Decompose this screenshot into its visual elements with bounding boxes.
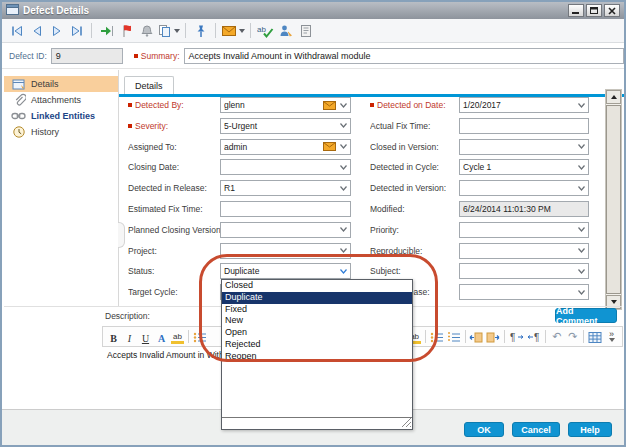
chevron-down-icon[interactable]: [575, 223, 588, 237]
chevron-down-icon[interactable]: [337, 264, 350, 278]
detected-by-combo[interactable]: glenn: [220, 97, 351, 113]
dropdown-resize-strip: [222, 417, 412, 430]
detected-in-release-combo[interactable]: R1: [220, 180, 351, 196]
increase-indent-icon[interactable]: [486, 329, 500, 344]
ok-button[interactable]: OK: [464, 422, 504, 437]
sidebar-collapse-handle[interactable]: [118, 222, 125, 248]
goto-entity-icon[interactable]: [97, 21, 116, 41]
required-marker: [370, 103, 374, 107]
status-combo[interactable]: Duplicate: [220, 263, 351, 279]
detected-in-cycle-combo[interactable]: Cycle 1: [459, 159, 589, 175]
pin-icon[interactable]: [191, 21, 210, 41]
sidebar-item-attachments[interactable]: Attachments: [4, 92, 118, 108]
check-spelling-icon[interactable]: ab: [256, 21, 275, 41]
chevron-down-icon[interactable]: [575, 160, 588, 174]
previous-record-icon[interactable]: [27, 21, 46, 41]
status-option-new[interactable]: New: [222, 315, 412, 327]
cancel-button[interactable]: Cancel: [512, 422, 560, 437]
chevron-down-icon[interactable]: [337, 223, 350, 237]
scroll-up-button[interactable]: [606, 90, 621, 104]
subject-combo[interactable]: [459, 263, 589, 279]
estimated-fix-time-field[interactable]: [220, 201, 351, 217]
chevron-down-icon[interactable]: [337, 244, 350, 258]
redo-icon[interactable]: ↷: [566, 329, 579, 344]
help-button[interactable]: Help: [568, 422, 612, 437]
target-release-combo[interactable]: [459, 284, 589, 300]
status-option-reopen[interactable]: Reopen: [222, 351, 412, 363]
copy-icon[interactable]: [157, 21, 180, 41]
scrollbar-thumb[interactable]: [606, 105, 621, 294]
project-combo[interactable]: [220, 243, 351, 259]
field-row-subject: Subject:: [370, 263, 589, 279]
alerts-bell-icon[interactable]: [137, 21, 156, 41]
summary-input[interactable]: Accepts Invalid Amount in Withdrawal mod…: [184, 48, 624, 64]
underline-icon[interactable]: U: [139, 329, 152, 344]
maximize-button[interactable]: [586, 4, 602, 17]
minimize-button[interactable]: [568, 4, 584, 17]
chevron-down-icon[interactable]: [337, 119, 350, 133]
followup-flag-icon[interactable]: [117, 21, 136, 41]
priority-label: Priority:: [370, 225, 459, 235]
chevron-down-icon[interactable]: [575, 264, 588, 278]
chevron-down-icon[interactable]: [337, 98, 350, 112]
first-record-icon[interactable]: [7, 21, 26, 41]
left-to-right-icon[interactable]: ¶: [509, 329, 524, 344]
bold-icon[interactable]: B: [107, 329, 120, 344]
reproducible-combo[interactable]: [459, 243, 589, 259]
status-option-closed[interactable]: Closed: [222, 280, 412, 292]
right-to-left-icon[interactable]: ¶: [527, 329, 542, 344]
detected-in-version-combo[interactable]: [459, 180, 589, 196]
toolbar-overflow-icon[interactable]: »: [605, 329, 618, 344]
tab-details[interactable]: Details: [124, 76, 174, 95]
insert-table-icon[interactable]: [588, 329, 602, 344]
vertical-scrollbar[interactable]: [605, 89, 622, 310]
chevron-down-icon[interactable]: [575, 98, 588, 112]
sidebar-items: DetailsAttachmentsLinked EntitiesHistory: [4, 76, 118, 140]
decrease-indent-icon[interactable]: [469, 329, 483, 344]
status-option-rejected[interactable]: Rejected: [222, 339, 412, 351]
close-button[interactable]: [604, 4, 620, 17]
send-email-icon[interactable]: [221, 21, 245, 41]
undo-icon[interactable]: ↶: [550, 329, 563, 344]
font-color-icon[interactable]: A: [155, 329, 168, 344]
italic-icon[interactable]: I: [123, 329, 136, 344]
chevron-down-icon[interactable]: [575, 140, 588, 154]
severity-combo[interactable]: 5-Urgent: [220, 118, 351, 134]
add-comment-button[interactable]: Add Comment: [555, 308, 617, 323]
chevron-down-icon[interactable]: [575, 285, 588, 299]
sidebar-item-details[interactable]: Details: [4, 76, 118, 92]
details-panel: Details Detected By:glennSeverity:5-Urge…: [119, 70, 626, 306]
email-icon: [322, 101, 337, 110]
thesaurus-icon[interactable]: [276, 21, 295, 41]
status-option-open[interactable]: Open: [222, 327, 412, 339]
closing-date-combo[interactable]: [220, 159, 351, 175]
bullet-list-icon[interactable]: [430, 329, 444, 344]
chevron-down-icon[interactable]: [337, 160, 350, 174]
detected-in-release-label: Detected in Release:: [128, 183, 220, 193]
status-option-fixed[interactable]: Fixed: [222, 304, 412, 316]
actual-fix-time-field[interactable]: [459, 118, 589, 134]
closing-date-label: Closing Date:: [128, 162, 220, 172]
closed-in-version-combo[interactable]: [459, 139, 589, 155]
toolbar-separator: [545, 330, 546, 343]
next-record-icon[interactable]: [47, 21, 66, 41]
sidebar-item-linked-entities[interactable]: Linked Entities: [4, 108, 118, 124]
spelling-options-icon[interactable]: [296, 21, 315, 41]
last-record-icon[interactable]: [67, 21, 86, 41]
chevron-down-icon[interactable]: [337, 140, 350, 154]
planned-closing-version-combo[interactable]: [220, 222, 351, 238]
assigned-to-combo[interactable]: admin: [220, 139, 351, 155]
chevron-down-icon[interactable]: [337, 181, 350, 195]
priority-combo[interactable]: [459, 222, 589, 238]
sidebar-item-history[interactable]: History: [4, 124, 118, 140]
toolbar-separator: [465, 330, 466, 343]
numbered-list-icon[interactable]: [447, 329, 461, 344]
resize-grip-icon[interactable]: [400, 416, 412, 430]
chevron-down-icon[interactable]: [575, 244, 588, 258]
highlight-icon[interactable]: ab: [171, 329, 184, 344]
status-option-duplicate[interactable]: Duplicate: [222, 292, 412, 304]
chevron-down-icon[interactable]: [575, 181, 588, 195]
detected-on-date-combo[interactable]: 1/20/2017: [459, 97, 589, 113]
bullet-list-icon[interactable]: [193, 329, 207, 344]
sidebar-item-label: History: [31, 127, 59, 137]
